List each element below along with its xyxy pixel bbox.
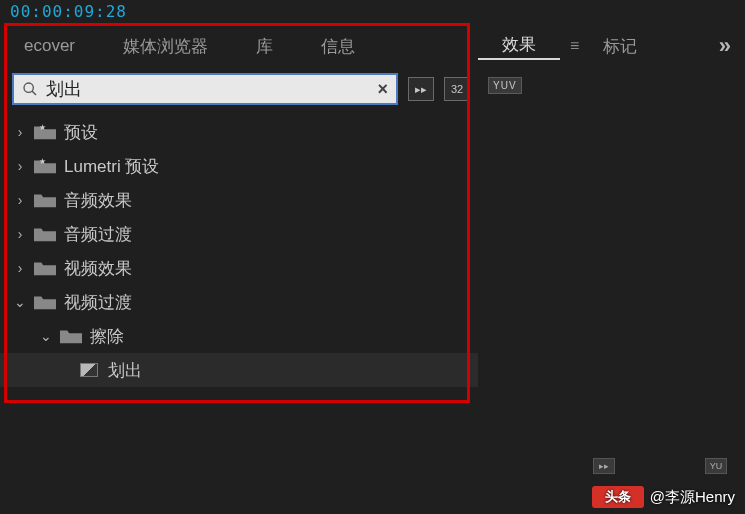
folder-label: Lumetri 预设 [64,155,159,178]
yuv-badge-icon: YU [705,458,727,474]
folder-label: 视频效果 [64,257,132,280]
watermark: 头条 @李源Henry [592,486,735,508]
folder-label: 音频效果 [64,189,132,212]
chevron-right-icon: › [14,192,26,208]
clear-search-button[interactable]: × [377,79,388,100]
search-field-wrap[interactable]: × [12,73,398,105]
folder-audio-effects[interactable]: › 音频效果 [0,183,478,217]
chevron-right-icon: › [14,226,26,242]
effect-wipe-out[interactable]: 划出 [0,353,478,387]
chevron-right-icon: › [14,158,26,174]
project-panel: ecover 媒体浏览器 库 信息 × ▸▸ 32 › ★ 预设 › ★ Lu [0,25,478,479]
chevron-down-icon: ⌄ [40,328,52,344]
left-tabs: ecover 媒体浏览器 库 信息 [0,25,478,67]
svg-line-1 [32,91,36,95]
panel-menu-icon[interactable]: ≡ [570,37,579,55]
folder-icon [60,328,82,344]
right-tabs: 效果 ≡ 标记 » [478,25,745,67]
watermark-user: @李源Henry [650,488,735,507]
yuv-filter-badge[interactable]: YUV [488,77,522,94]
folder-label: 预设 [64,121,98,144]
chevron-right-icon: › [14,260,26,276]
folder-icon [34,226,56,242]
accelerated-fx-filter-button[interactable]: ▸▸ [408,77,434,101]
tab-info[interactable]: 信息 [297,35,379,58]
folder-presets[interactable]: › ★ 预设 [0,115,478,149]
overflow-button[interactable]: » [705,33,745,59]
effects-tree: › ★ 预设 › ★ Lumetri 预设 › 音频效果 › 音频过渡 › [0,111,478,391]
folder-star-icon: ★ [34,158,56,174]
effect-label: 划出 [108,359,142,382]
folder-label: 擦除 [90,325,124,348]
tab-recover[interactable]: ecover [0,36,99,56]
folder-lumetri-presets[interactable]: › ★ Lumetri 预设 [0,149,478,183]
folder-video-transitions[interactable]: ⌄ 视频过渡 [0,285,478,319]
folder-label: 音频过渡 [64,223,132,246]
watermark-logo: 头条 [592,486,644,508]
timecode: 00:00:09:28 [0,0,745,25]
tab-markers[interactable]: 标记 [579,35,661,58]
transition-effect-icon [78,362,100,378]
folder-audio-transitions[interactable]: › 音频过渡 [0,217,478,251]
chevron-down-icon: ⌄ [14,294,26,310]
search-input[interactable] [46,79,377,100]
folder-star-icon: ★ [34,124,56,140]
tab-effects[interactable]: 效果 [478,33,560,60]
chevron-right-icon: › [14,124,26,140]
folder-icon [34,260,56,276]
folder-wipe[interactable]: ⌄ 擦除 [0,319,478,353]
32bit-filter-button[interactable]: 32 [444,77,470,101]
tab-library[interactable]: 库 [232,35,297,58]
folder-label: 视频过渡 [64,291,132,314]
effects-panel: 效果 ≡ 标记 » YUV ▸▸ YU [478,25,745,479]
folder-video-effects[interactable]: › 视频效果 [0,251,478,285]
accelerated-badge-icon: ▸▸ [593,458,615,474]
search-icon [22,81,38,97]
svg-point-0 [24,83,33,92]
folder-icon [34,294,56,310]
folder-icon [34,192,56,208]
tab-media-browser[interactable]: 媒体浏览器 [99,35,232,58]
